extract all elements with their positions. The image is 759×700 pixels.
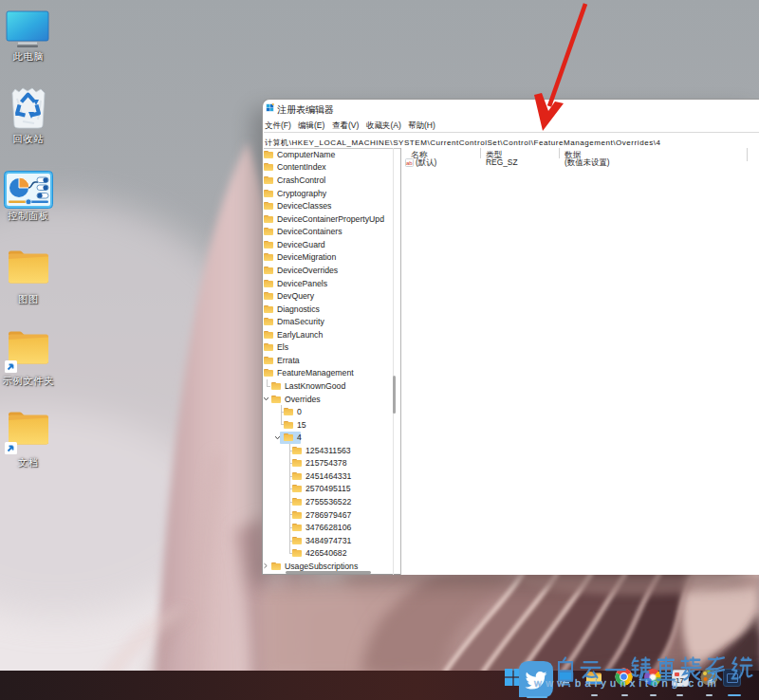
svg-text:ab: ab — [406, 160, 413, 166]
